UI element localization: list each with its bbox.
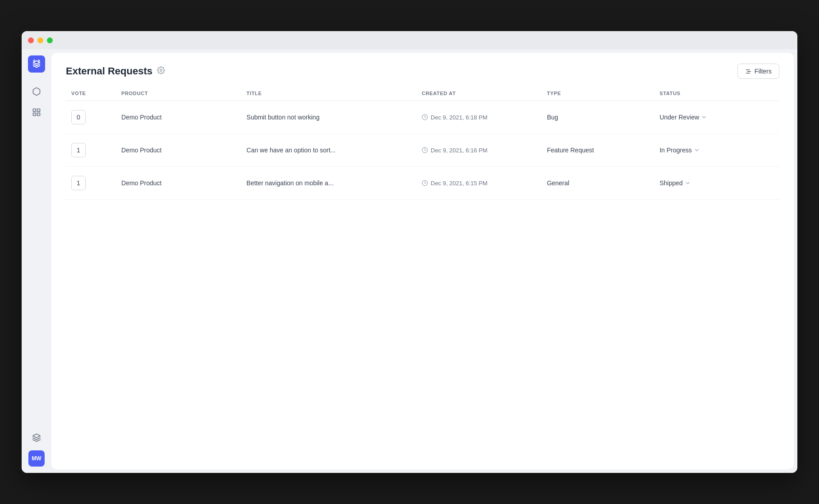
title-text: Submit button not working [247, 114, 320, 121]
close-button[interactable] [28, 37, 34, 43]
type-cell: Feature Request [542, 134, 654, 167]
traffic-lights [28, 37, 53, 43]
title-cell: Can we have an option to sort... [241, 134, 417, 167]
col-header-status: STATUS [654, 86, 779, 101]
user-avatar[interactable]: MW [28, 450, 45, 467]
vote-cell: 1 [66, 134, 116, 167]
app-body: MW External Requests [22, 49, 797, 473]
col-header-title: TITLE [241, 86, 417, 101]
table-body: 0 Demo Product Submit button not working… [66, 101, 779, 200]
product-cell: Demo Product [116, 134, 241, 167]
product-text: Demo Product [121, 179, 161, 187]
table-row[interactable]: 1 Demo Product Can we have an option to … [66, 134, 779, 167]
vote-cell: 1 [66, 167, 116, 200]
page-title: External Requests [66, 65, 152, 77]
status-cell[interactable]: Shipped [654, 167, 779, 200]
col-header-product: PRODUCT [116, 86, 241, 101]
created-at-text: Dec 9, 2021, 6:18 PM [431, 114, 488, 121]
page-header: External Requests Filters [51, 53, 794, 86]
clock-icon [422, 147, 428, 153]
requests-table: VOTE PRODUCT TITLE CREATED AT TYPE STATU… [66, 86, 779, 200]
col-header-created: CREATED AT [416, 86, 542, 101]
sidebar: MW [22, 49, 51, 473]
type-text: Bug [547, 114, 558, 121]
vote-badge[interactable]: 1 [71, 176, 86, 190]
svg-point-5 [160, 69, 162, 72]
title-cell: Submit button not working [241, 101, 417, 134]
app-window: MW External Requests [22, 31, 797, 473]
svg-rect-1 [37, 109, 40, 112]
main-content: External Requests Filters [51, 53, 794, 469]
col-header-type: TYPE [542, 86, 654, 101]
chevron-down-icon [694, 147, 700, 153]
type-cell: Bug [542, 101, 654, 134]
clock-icon [422, 114, 428, 120]
svg-marker-4 [33, 434, 41, 438]
svg-rect-0 [33, 109, 36, 112]
title-row: External Requests [66, 65, 165, 77]
col-header-vote: VOTE [66, 86, 116, 101]
created-cell: Dec 9, 2021, 6:16 PM [416, 134, 542, 167]
status-text: Shipped [659, 179, 682, 187]
sidebar-item-layout[interactable] [28, 104, 45, 120]
status-text: Under Review [659, 114, 699, 121]
vote-cell: 0 [66, 101, 116, 134]
chevron-down-icon [701, 114, 707, 120]
product-cell: Demo Product [116, 101, 241, 134]
title-cell: Better navigation on mobile a... [241, 167, 417, 200]
type-text: General [547, 179, 570, 187]
status-cell[interactable]: Under Review [654, 101, 779, 134]
product-text: Demo Product [121, 114, 161, 121]
product-text: Demo Product [121, 147, 161, 154]
title-text: Better navigation on mobile a... [247, 179, 334, 187]
svg-rect-2 [37, 113, 40, 116]
sidebar-item-layers[interactable] [28, 430, 45, 446]
created-at-text: Dec 9, 2021, 6:15 PM [431, 180, 488, 187]
type-text: Feature Request [547, 147, 594, 154]
status-cell[interactable]: In Progress [654, 134, 779, 167]
table-container: VOTE PRODUCT TITLE CREATED AT TYPE STATU… [51, 86, 794, 469]
type-cell: General [542, 167, 654, 200]
title-text: Can we have an option to sort... [247, 147, 336, 154]
chevron-down-icon [685, 180, 691, 186]
product-cell: Demo Product [116, 167, 241, 200]
vote-badge[interactable]: 0 [71, 110, 86, 124]
sidebar-item-cube[interactable] [28, 83, 45, 100]
clock-icon [422, 180, 428, 186]
status-text: In Progress [659, 147, 692, 154]
vote-badge[interactable]: 1 [71, 143, 86, 157]
svg-rect-3 [33, 113, 36, 116]
settings-icon[interactable] [157, 66, 165, 76]
app-logo[interactable] [28, 55, 45, 73]
table-row[interactable]: 0 Demo Product Submit button not working… [66, 101, 779, 134]
created-at-text: Dec 9, 2021, 6:16 PM [431, 147, 488, 154]
filters-label: Filters [755, 68, 772, 75]
table-row[interactable]: 1 Demo Product Better navigation on mobi… [66, 167, 779, 200]
minimize-button[interactable] [37, 37, 43, 43]
table-header: VOTE PRODUCT TITLE CREATED AT TYPE STATU… [66, 86, 779, 101]
maximize-button[interactable] [47, 37, 53, 43]
created-cell: Dec 9, 2021, 6:15 PM [416, 167, 542, 200]
titlebar [22, 31, 797, 49]
created-cell: Dec 9, 2021, 6:18 PM [416, 101, 542, 134]
filter-icon [745, 68, 752, 75]
filters-button[interactable]: Filters [737, 64, 779, 79]
